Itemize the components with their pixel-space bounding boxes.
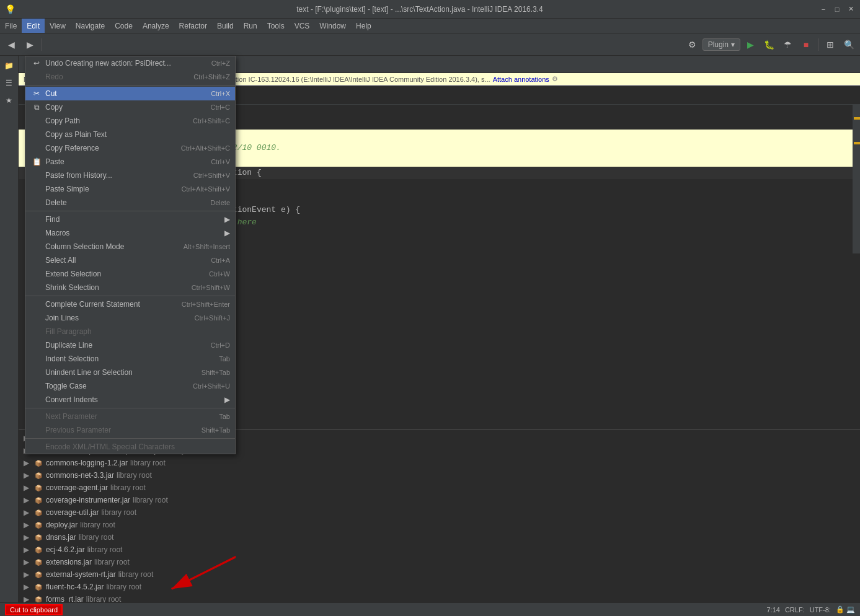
lib-name: coverage-agent.jar	[46, 483, 108, 492]
lib-arrow[interactable]: ▶	[24, 483, 32, 492]
back-button[interactable]: ◀	[2, 36, 20, 53]
project-icon[interactable]: 📁	[2, 58, 17, 73]
paste-history-shortcut: Ctrl+Shift+V	[193, 172, 230, 179]
sdk-button[interactable]: ⊞	[822, 36, 839, 53]
menu-analyze[interactable]: Analyze	[138, 19, 174, 33]
coverage-button[interactable]: ☂	[779, 36, 796, 53]
cursor-position[interactable]: 7:14	[767, 606, 780, 614]
menu-item-select-all[interactable]: Select All Ctrl+A	[25, 253, 235, 267]
menu-item-shrink-sel[interactable]: Shrink Selection Ctrl+Shift+W	[25, 281, 235, 294]
lib-arrow[interactable]: ▶	[24, 521, 32, 529]
menu-item-unindent[interactable]: Unindent Line or Selection Shift+Tab	[25, 366, 235, 379]
menu-item-copy-ref[interactable]: Copy Reference Ctrl+Alt+Shift+C	[25, 141, 235, 155]
jar-icon: 📦	[33, 470, 43, 480]
lib-item[interactable]: ▶ 📦 extensions.jar library root	[19, 556, 860, 568]
menu-help[interactable]: Help	[351, 19, 376, 33]
lib-item[interactable]: ▶ 📦 commons-logging-1.2.jar library root	[19, 457, 860, 469]
close-button[interactable]: ✕	[846, 5, 855, 14]
menu-code[interactable]: Code	[110, 19, 138, 33]
lib-item[interactable]: ▶ 📦 ecj-4.6.2.jar library root	[19, 543, 860, 556]
prev-param-shortcut: Shift+Tab	[202, 426, 230, 434]
lib-item[interactable]: ▶ 📦 coverage-util.jar library root	[19, 506, 860, 519]
lib-arrow[interactable]: ▶	[24, 595, 32, 602]
menu-item-delete[interactable]: Delete Delete	[25, 196, 235, 209]
lib-item[interactable]: ▶ 📦 dnsns.jar library root	[19, 531, 860, 543]
search-everywhere-button[interactable]: 🔍	[840, 36, 858, 53]
menu-view[interactable]: View	[45, 19, 71, 33]
menu-file[interactable]: File	[0, 19, 22, 33]
lib-item[interactable]: ▶ 📦 deploy.jar library root	[19, 519, 860, 531]
lib-item[interactable]: ▶ 📦 forms_rt.jar library root	[19, 593, 860, 602]
notification-settings-icon[interactable]: ⚙	[552, 75, 558, 83]
lib-item[interactable]: ▶ 📦 fluent-hc-4.5.2.jar library root	[19, 581, 860, 593]
right-gutter	[853, 105, 860, 253]
menu-item-paste-simple[interactable]: Paste Simple Ctrl+Alt+Shift+V	[25, 182, 235, 196]
menu-build[interactable]: Build	[212, 19, 239, 33]
lib-item[interactable]: ▶ 📦 external-system-rt.jar library root	[19, 568, 860, 581]
menu-item-complete-stmt[interactable]: Complete Current Statement Ctrl+Shift+En…	[25, 297, 235, 311]
menu-refactor[interactable]: Refactor	[174, 19, 212, 33]
forward-button[interactable]: ▶	[21, 36, 38, 53]
cut-label: Cut	[45, 89, 206, 98]
lib-arrow[interactable]: ▶	[24, 496, 32, 504]
copy-shortcut: Ctrl+C	[211, 103, 230, 111]
menu-item-col-sel[interactable]: Column Selection Mode Alt+Shift+Insert	[25, 240, 235, 253]
menu-item-copy-path[interactable]: Copy Path Ctrl+Shift+C	[25, 114, 235, 128]
menu-item-join-lines[interactable]: Join Lines Ctrl+Shift+J	[25, 311, 235, 325]
gutter-mark-1	[854, 117, 860, 120]
cut-to-clipboard-label: Cut to clipboard	[5, 604, 63, 615]
dup-line-label: Duplicate Line	[45, 341, 206, 350]
menu-window[interactable]: Window	[314, 19, 351, 33]
lib-arrow[interactable]: ▶	[24, 583, 32, 591]
lib-arrow[interactable]: ▶	[24, 459, 32, 467]
debug-button[interactable]: 🐛	[760, 36, 778, 53]
lib-arrow[interactable]: ▶	[24, 570, 32, 579]
menu-tools[interactable]: Tools	[262, 19, 290, 33]
lib-arrow[interactable]: ▶	[24, 545, 32, 554]
plugin-dropdown-button[interactable]: Plugin ▾	[703, 38, 740, 51]
menu-item-paste-history[interactable]: Paste from History... Ctrl+Shift+V	[25, 169, 235, 182]
menu-item-toggle-case[interactable]: Toggle Case Ctrl+Shift+U	[25, 379, 235, 393]
menu-item-dup-line[interactable]: Duplicate Line Ctrl+D	[25, 338, 235, 352]
lib-arrow[interactable]: ▶	[24, 508, 32, 517]
menu-item-paste[interactable]: 📋 Paste Ctrl+V	[25, 155, 235, 169]
menu-item-find[interactable]: Find ▶	[25, 213, 235, 226]
menu-item-copy[interactable]: ⧉ Copy Ctrl+C	[25, 100, 235, 114]
run-config-button[interactable]: ⚙	[684, 36, 701, 53]
lib-type: library root	[118, 570, 154, 579]
lib-arrow[interactable]: ▶	[24, 533, 32, 542]
indent-sel-label: Indent Selection	[45, 354, 214, 363]
lib-item[interactable]: ▶ 📦 coverage-instrumenter.jar library ro…	[19, 494, 860, 506]
encode-xml-label: Encode XML/HTML Special Characters	[45, 442, 225, 451]
jar-icon: 📦	[33, 495, 43, 505]
structure-icon[interactable]: ☰	[2, 76, 17, 90]
favorites-icon[interactable]: ★	[2, 93, 17, 108]
menu-item-indent-sel[interactable]: Indent Selection Tab	[25, 352, 235, 366]
maximize-button[interactable]: □	[833, 5, 841, 14]
gutter-mark-2	[854, 142, 860, 144]
menu-edit[interactable]: Edit	[22, 19, 45, 33]
lib-name: commons-net-3.3.jar	[46, 471, 114, 480]
lib-arrow[interactable]: ▶	[24, 471, 32, 480]
lib-arrow[interactable]: ▶	[24, 558, 32, 566]
status-bar: Cut to clipboard 7:14 CRLF: UTF-8: 🔒 💻	[0, 602, 860, 616]
unindent-shortcut: Shift+Tab	[202, 369, 230, 376]
menu-run[interactable]: Run	[239, 19, 262, 33]
stop-button[interactable]: ■	[797, 36, 815, 53]
lib-item[interactable]: ▶ 📦 commons-net-3.3.jar library root	[19, 469, 860, 482]
menu-vcs[interactable]: VCS	[290, 19, 315, 33]
menu-item-cut[interactable]: ✂ Cut Ctrl+X	[25, 87, 235, 100]
menu-item-extend-sel[interactable]: Extend Selection Ctrl+W	[25, 267, 235, 281]
lib-item[interactable]: ▶ 📦 coverage-agent.jar library root	[19, 482, 860, 494]
run-button[interactable]: ▶	[742, 36, 759, 53]
encoding[interactable]: UTF-8:	[810, 606, 831, 614]
find-label: Find	[45, 215, 217, 224]
menu-item-convert-indent[interactable]: Convert Indents ▶	[25, 393, 235, 407]
line-ending[interactable]: CRLF:	[785, 606, 805, 614]
menu-item-macros[interactable]: Macros ▶	[25, 226, 235, 240]
minimize-button[interactable]: −	[819, 5, 828, 14]
menu-item-undo[interactable]: ↩ Undo Creating new action: PsiDirect...…	[25, 56, 235, 70]
menu-navigate[interactable]: Navigate	[71, 19, 110, 33]
attach-annotations-link[interactable]: Attach annotations	[493, 76, 549, 83]
menu-item-copy-plain[interactable]: Copy as Plain Text	[25, 128, 235, 141]
